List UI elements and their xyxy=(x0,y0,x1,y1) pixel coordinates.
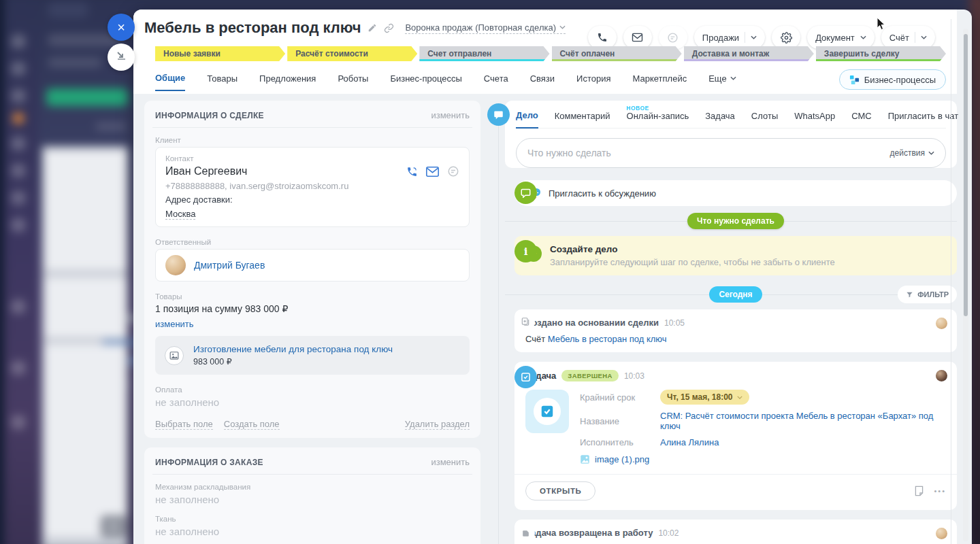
actions-dropdown[interactable]: действия xyxy=(890,148,934,158)
tab-products[interactable]: Товары xyxy=(207,73,238,90)
delete-section-link[interactable]: Удалить раздел xyxy=(405,419,470,430)
file-link[interactable]: image (1).png xyxy=(595,454,649,464)
stage-invoice-sent[interactable]: Счет отправлен xyxy=(419,46,549,61)
tab-marketplace[interactable]: Маркетплейс xyxy=(633,73,687,90)
contact-label: Контакт xyxy=(165,154,459,163)
email-button[interactable] xyxy=(623,26,652,49)
edit-section-link[interactable]: изменить xyxy=(431,110,470,120)
deadline-pill[interactable]: Чт, 15 мая, 18:00 xyxy=(660,390,749,405)
tltab-whatsapp[interactable]: WhatsApp xyxy=(794,111,835,128)
call-button[interactable] xyxy=(588,26,617,49)
avatar xyxy=(165,255,186,275)
sales-split-button[interactable]: Продажи xyxy=(694,26,765,49)
background-green-button xyxy=(46,88,128,106)
chat-icon[interactable] xyxy=(447,165,459,177)
edit-section-link[interactable]: изменить xyxy=(431,457,470,467)
tab-links[interactable]: Связи xyxy=(530,73,555,90)
timeline-entry-returned: Задача возвращена в работу 10:02 CRM: Ра… xyxy=(514,520,957,544)
chevron-down-icon xyxy=(559,25,566,29)
open-task-button[interactable]: ОТКРЫТЬ xyxy=(525,481,595,500)
envelope-icon[interactable] xyxy=(426,167,439,177)
product-name[interactable]: Изготовление мебели для ресторана под кл… xyxy=(193,344,393,354)
funnel-selector[interactable]: Воронка продаж (Повторная сделка) xyxy=(405,22,566,34)
deal-info-section: ИНФОРМАЦИЯ О СДЕЛКЕ изменить Клиент Конт… xyxy=(144,101,480,438)
select-field-link[interactable]: Выбрать поле xyxy=(155,419,213,430)
chat-button[interactable] xyxy=(659,26,687,49)
tltab-deal[interactable]: Дело xyxy=(516,110,538,129)
create-field-link[interactable]: Создать поле xyxy=(224,419,280,430)
status-badge: ЗАВЕРШЕНА xyxy=(561,370,619,381)
products-edit-link[interactable]: изменить xyxy=(155,319,194,329)
tab-general[interactable]: Общие xyxy=(155,73,185,91)
product-price: 983 000 ₽ xyxy=(193,356,393,367)
tltab-comment[interactable]: Комментарий xyxy=(555,111,610,128)
invite-discussion-bar[interactable]: + Пригласить к обсуждению xyxy=(514,180,957,206)
timeline-entry-created: Создано на основании сделки 10:05 Счёт М… xyxy=(514,309,957,352)
document-button[interactable]: Документ xyxy=(807,26,875,49)
invoice-link[interactable]: Мебель в ресторан под ключ xyxy=(548,334,667,344)
background-sidebar xyxy=(4,0,38,544)
filter-button[interactable]: ФИЛЬТР xyxy=(898,286,957,303)
invoice-split-button[interactable]: Счёт xyxy=(881,26,935,49)
stage-invoice-paid[interactable]: Счёт оплачен xyxy=(552,46,682,61)
field-value: не заполнено xyxy=(155,494,470,505)
stage-finish[interactable]: Завершить сделку xyxy=(816,46,946,61)
deal-details-column: ИНФОРМАЦИЯ О СДЕЛКЕ изменить Клиент Конт… xyxy=(144,101,480,544)
tltab-invite-chat[interactable]: Пригласить в чат xyxy=(888,111,958,128)
section-title: ИНФОРМАЦИЯ О ЗАКАЗЕ xyxy=(155,458,263,467)
tab-quotes[interactable]: Предложения xyxy=(259,73,316,90)
address-value[interactable]: Москва xyxy=(165,209,195,220)
task-check-icon xyxy=(514,366,537,388)
settings-button[interactable] xyxy=(772,26,800,49)
phone-icon[interactable] xyxy=(406,166,418,177)
payment-label: Оплата xyxy=(155,386,470,394)
todo-pill[interactable]: Что нужно сделать xyxy=(687,213,784,229)
tab-invoices[interactable]: Счета xyxy=(484,73,508,90)
note-icon[interactable] xyxy=(914,486,924,496)
funnel-icon xyxy=(906,291,913,299)
todo-input[interactable]: Что нужно сделать действия xyxy=(516,138,946,168)
tab-robots[interactable]: Роботы xyxy=(338,73,368,90)
deal-modal: Мебель в ресторан под ключ Воронка прода… xyxy=(133,10,972,544)
stage-delivery[interactable]: Доставка и монтаж xyxy=(684,46,814,61)
task-link[interactable]: CRM: Расчёт стоимости проекта Мебель в р… xyxy=(660,411,946,431)
timeline-composer: Дело Комментарий НОВОЕ Онлайн-запись Зад… xyxy=(505,101,957,168)
responsible-name[interactable]: Дмитрий Бугаев xyxy=(194,260,265,271)
collapse-button[interactable] xyxy=(108,44,135,71)
tab-more[interactable]: Еще xyxy=(708,73,736,90)
printer-icon xyxy=(101,515,127,537)
client-label: Клиент xyxy=(155,136,470,144)
tltab-online-booking[interactable]: НОВОЕ Онлайн-запись xyxy=(627,111,689,128)
stage-new[interactable]: Новые заявки xyxy=(155,46,285,61)
scrollbar-thumb[interactable] xyxy=(964,34,968,316)
chevron-down-icon xyxy=(860,35,866,39)
avatar xyxy=(936,318,947,329)
edit-title-icon[interactable] xyxy=(368,23,377,33)
chevron-down-icon xyxy=(921,35,927,39)
executor-link[interactable]: Алина Лялина xyxy=(660,437,946,447)
more-menu-icon[interactable]: ••• xyxy=(934,487,946,495)
create-todo-card[interactable]: + Создайте дело Запланируйте следующий ш… xyxy=(514,236,957,275)
avatar xyxy=(936,370,947,381)
order-info-section: ИНФОРМАЦИЯ О ЗАКАЗЕ изменить Механизм ра… xyxy=(144,447,480,544)
file-image-icon xyxy=(580,454,590,464)
today-pill[interactable]: Сегодня xyxy=(709,286,762,303)
sidebar-icon xyxy=(11,88,26,103)
contact-name[interactable]: Иван Сергеевич xyxy=(165,165,247,177)
responsible-label: Ответственный xyxy=(155,238,470,246)
tltab-slots[interactable]: Слоты xyxy=(751,111,778,128)
sidebar-icon xyxy=(11,190,26,205)
field-value: не заполнено xyxy=(155,526,470,537)
close-button[interactable]: × xyxy=(108,14,135,41)
stage-calc[interactable]: Расчёт стоимости xyxy=(287,46,417,61)
tltab-task[interactable]: Задача xyxy=(705,111,735,128)
scrollbar[interactable] xyxy=(963,29,968,541)
sidebar-icon xyxy=(11,299,26,314)
sidebar-icon xyxy=(11,61,26,76)
tab-history[interactable]: История xyxy=(576,73,610,90)
business-process-button[interactable]: Бизнес-процессы xyxy=(839,69,946,90)
copy-link-icon[interactable] xyxy=(384,23,394,33)
tltab-sms[interactable]: СМС xyxy=(851,111,871,128)
tab-bp[interactable]: Бизнес-процессы xyxy=(390,73,461,90)
phone-icon xyxy=(597,32,608,43)
